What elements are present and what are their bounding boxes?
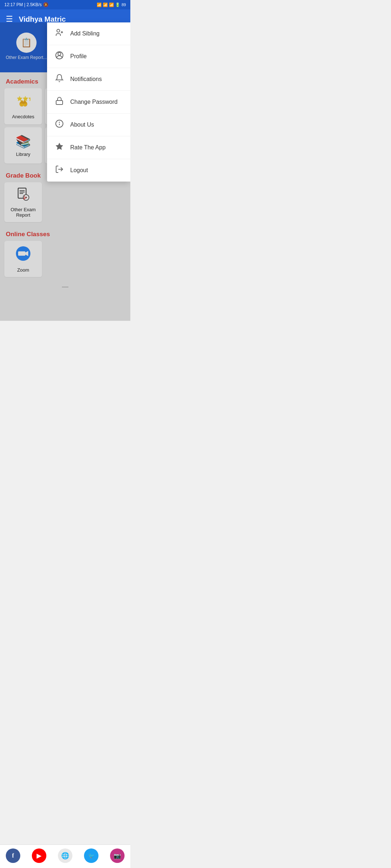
add-sibling-icon: [54, 28, 64, 39]
svg-point-3: [58, 52, 61, 55]
menu-label-notifications: Notifications: [70, 76, 102, 82]
menu-label-profile: Profile: [70, 53, 87, 60]
menu-item-logout[interactable]: Logout: [47, 159, 130, 182]
menu-label-logout: Logout: [70, 167, 88, 174]
svg-marker-9: [56, 143, 63, 150]
profile-icon: [54, 51, 64, 62]
menu-item-change-password[interactable]: Change Password: [47, 91, 130, 114]
notifications-icon: [54, 74, 64, 85]
rate-app-icon: [54, 142, 64, 153]
menu-label-add-sibling: Add Sibling: [70, 30, 100, 37]
menu-item-about-us[interactable]: About Us: [47, 114, 130, 136]
menu-label-change-password: Change Password: [70, 99, 118, 105]
logout-icon: [54, 165, 64, 176]
svg-point-0: [57, 29, 60, 32]
status-bar: 12:17 PM | 2.5KB/s 🔕 📶 📶 📶 🔋89: [0, 0, 130, 9]
status-time-network: 12:17 PM | 2.5KB/s 🔕: [4, 2, 49, 7]
menu-item-notifications[interactable]: Notifications: [47, 68, 130, 91]
menu-item-profile[interactable]: Profile: [47, 45, 130, 68]
dropdown-menu: Add Sibling Profile Notifications C: [47, 22, 130, 182]
menu-label-rate-app: Rate The App: [70, 144, 106, 151]
about-us-icon: [54, 119, 64, 130]
change-password-icon: [54, 97, 64, 107]
menu-item-rate-app[interactable]: Rate The App: [47, 136, 130, 159]
menu-label-about-us: About Us: [70, 122, 94, 128]
status-icons: 📶 📶 📶 🔋89: [97, 3, 126, 7]
menu-item-add-sibling[interactable]: Add Sibling: [47, 22, 130, 45]
svg-rect-5: [56, 101, 63, 105]
